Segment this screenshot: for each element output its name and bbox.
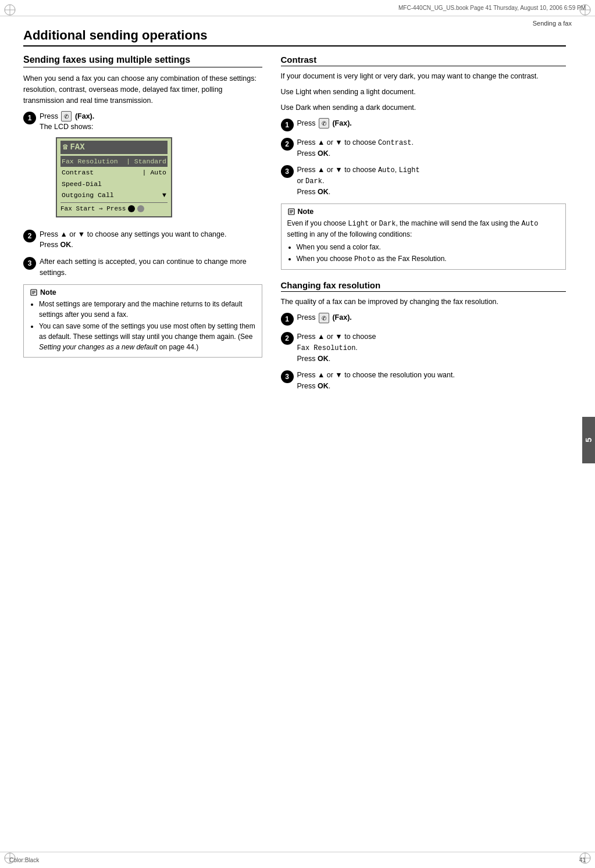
- contrast-step-3: 3 Press ▲ or ▼ to choose Auto, Light or …: [281, 165, 566, 198]
- chapter-tab: 5: [582, 417, 595, 463]
- fax-res-step-num-3: 3: [281, 370, 294, 383]
- two-column-layout: Sending faxes using multiple settings Wh…: [23, 55, 566, 398]
- fax-res-step-num-1: 1: [281, 313, 294, 326]
- contrast-note-label: Note: [298, 208, 314, 216]
- lcd-fax-label: FAX: [70, 141, 84, 153]
- lcd-contrast-label: Contrast: [62, 167, 94, 177]
- fax-res-step-1-content: Press ✆ (Fax).: [297, 312, 352, 323]
- contrast-heading: Contrast: [281, 55, 566, 66]
- footer-page-number: 41: [579, 857, 586, 863]
- lcd-speed-dial-label: Speed-Dial: [62, 179, 102, 189]
- left-intro: When you send a fax you can choose any c…: [23, 73, 262, 106]
- fax-resolution-intro: The quality of a fax can be improved by …: [281, 297, 566, 308]
- chapter-number: 5: [584, 438, 593, 442]
- header-bar: MFC-440CN_UG_US.book Page 41 Thursday, A…: [0, 0, 595, 16]
- contrast-note-icon: [287, 208, 295, 216]
- contrast-step-1-content: Press ✆ (Fax).: [297, 118, 352, 129]
- step-1-bold: (Fax).: [75, 112, 94, 120]
- lcd-scroll-icon: ▼: [162, 190, 166, 200]
- left-step-1: 1 Press ✆ (Fax). The LCD shows: ☎ FAX: [23, 111, 262, 223]
- left-column: Sending faxes using multiple settings Wh…: [23, 55, 262, 398]
- step-3-content: After each setting is accepted, you can …: [40, 256, 262, 278]
- left-step-3: 3 After each setting is accepted, you ca…: [23, 256, 262, 278]
- lcd-footer: Fax Start ⇒ Press: [60, 202, 168, 214]
- fax-res-step-3-content: Press ▲ or ▼ to choose the resolution yo…: [297, 370, 455, 392]
- step-2-content: Press ▲ or ▼ to choose any settings you …: [40, 229, 226, 251]
- contrast-step-2-content: Press ▲ or ▼ to choose Contrast. Press O…: [297, 137, 414, 159]
- step-number-2: 2: [23, 230, 36, 242]
- contrast-step-2: 2 Press ▲ or ▼ to choose Contrast. Press…: [281, 137, 566, 159]
- step-number-1: 1: [23, 112, 36, 124]
- contrast-note-title: Note: [287, 208, 560, 216]
- lcd-display: ☎ FAX Fax Resolution | Standard Contrast…: [56, 137, 172, 217]
- contrast-step-1: 1 Press ✆ (Fax).: [281, 118, 566, 131]
- lcd-fax-res-label: Fax Resolution: [62, 156, 118, 166]
- contrast-dark-note: Use Dark when sending a dark document.: [281, 102, 566, 113]
- contrast-step-num-1: 1: [281, 119, 294, 131]
- contrast-note-item-1: When you send a color fax.: [297, 242, 560, 252]
- left-note-list: Most settings are temporary and the mach…: [39, 299, 256, 352]
- header-file-info: MFC-440CN_UG_US.book Page 41 Thursday, A…: [398, 5, 586, 11]
- left-step-2: 2 Press ▲ or ▼ to choose any settings yo…: [23, 229, 262, 251]
- contrast-step-num-3: 3: [281, 165, 294, 178]
- footer-bar: Color:Black 41: [0, 852, 595, 868]
- right-column: Contrast If your document is very light …: [281, 55, 566, 398]
- contrast-note-box: Note Even if you choose Light or Dark, t…: [281, 203, 566, 270]
- lcd-fax-res-value: | Standard: [126, 156, 166, 166]
- main-heading: Additional sending operations: [23, 28, 566, 47]
- step-1-content: Press ✆ (Fax). The LCD shows: ☎ FAX Fax …: [40, 111, 172, 223]
- fax-res-step-2: 2 Press ▲ or ▼ to choose Fax Resolution.…: [281, 331, 566, 365]
- contrast-light-note: Use Light when sending a light document.: [281, 87, 566, 98]
- step-1-press: Press: [40, 112, 60, 120]
- left-note-label: Note: [40, 288, 56, 297]
- contrast-note-text: Even if you choose Light or Dark, the ma…: [287, 218, 560, 240]
- footer-color-label: Color:Black: [9, 857, 39, 863]
- fax-res-step-num-2: 2: [281, 332, 294, 345]
- lcd-black-circle: [128, 205, 135, 212]
- fax-res-step-1: 1 Press ✆ (Fax).: [281, 312, 566, 326]
- section-label: Sending a fax: [533, 20, 572, 27]
- lcd-phone-icon: ☎: [63, 141, 67, 153]
- page-content: Additional sending operations Sending fa…: [23, 28, 566, 845]
- lcd-gray-circle: [137, 205, 144, 212]
- lcd-row-speed-dial: Speed-Dial: [60, 178, 168, 190]
- fax-icon-c1: ✆: [319, 118, 329, 128]
- lcd-row-outgoing-call: Outgoing Call ▼: [60, 190, 168, 201]
- fax-res-step-2-content: Press ▲ or ▼ to choose Fax Resolution. P…: [297, 331, 376, 365]
- fax-icon-1: ✆: [61, 111, 72, 122]
- fax-resolution-heading: Changing fax resolution: [281, 280, 566, 292]
- step-1-lcd-label: The LCD shows:: [40, 123, 93, 131]
- contrast-step-3-content: Press ▲ or ▼ to choose Auto, Light or Da…: [297, 165, 420, 198]
- lcd-footer-text: Fax Start ⇒ Press: [60, 204, 126, 214]
- lcd-contrast-value: | Auto: [142, 167, 166, 177]
- left-sub-heading: Sending faxes using multiple settings: [23, 55, 262, 67]
- lcd-outgoing-call-label: Outgoing Call: [62, 190, 114, 200]
- left-note-item-2: You can save some of the settings you us…: [39, 321, 256, 352]
- contrast-note-item-2: When you choose Photo as the Fax Resolut…: [297, 253, 560, 265]
- step-number-3: 3: [23, 257, 36, 270]
- lcd-row-fax-resolution: Fax Resolution | Standard: [60, 156, 168, 167]
- contrast-intro: If your document is very light or very d…: [281, 71, 566, 82]
- contrast-note-list: When you send a color fax. When you choo…: [297, 242, 560, 265]
- contrast-step-num-2: 2: [281, 138, 294, 151]
- left-note-item-1: Most settings are temporary and the mach…: [39, 299, 256, 320]
- fax-icon-r1: ✆: [319, 313, 329, 323]
- left-note-title: Note: [30, 288, 256, 297]
- lcd-header: ☎ FAX: [60, 141, 168, 154]
- fax-res-step-3: 3 Press ▲ or ▼ to choose the resolution …: [281, 370, 566, 392]
- left-note-box: Note Most settings are temporary and the…: [23, 284, 262, 358]
- note-pencil-icon: [30, 288, 38, 297]
- lcd-row-contrast: Contrast | Auto: [60, 167, 168, 178]
